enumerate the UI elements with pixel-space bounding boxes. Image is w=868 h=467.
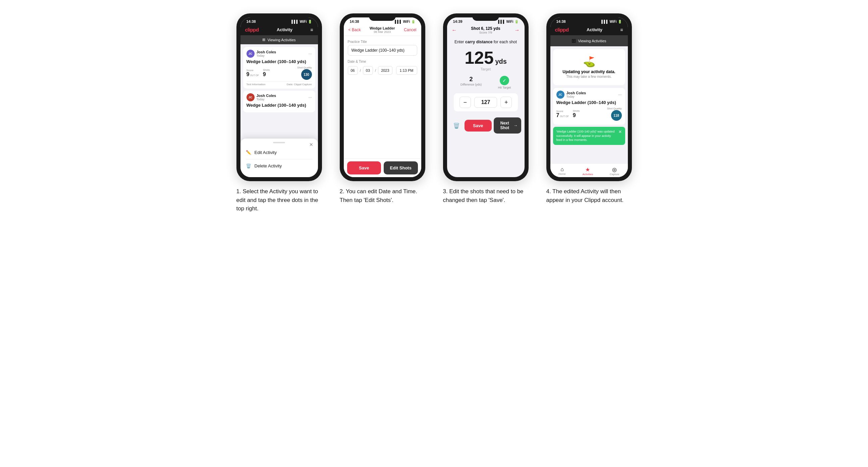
p4-user-name: Josh Coles [566,91,586,95]
viewing-bar-1[interactable]: ⊞ Viewing Activities [241,35,318,44]
viewing-icon-4: ⊞ [571,38,576,44]
cancel-btn-2[interactable]: Cancel [404,28,416,32]
back-arrow-3[interactable]: ← [452,27,457,33]
difference-val: 2 [461,76,482,83]
day-input[interactable]: 06 [348,66,358,75]
year-input[interactable]: 2023 [378,66,392,75]
p4-tab-bar: ⌂ Home ★ Activities ◎ Capture [550,163,628,177]
delete-activity-item[interactable]: 🗑️ Delete Activity [246,160,313,172]
toast-text: 'Wedge Ladder (100-140 yds)' was updated… [556,129,616,142]
sheet-divider [246,159,313,159]
phone-screen-4: 14:38 ▌▌▌ WiFi 🔋 clippd Activity ≡ ⊞ Vie… [550,18,628,177]
sheet-handle [273,142,285,143]
quality-badge-1: 130 [301,69,312,80]
viewing-icon-1: ⊞ [262,38,265,42]
p4-card-title: Wedge Ladder (100–140 yds) [556,100,622,105]
hit-target-stat: ✓ Hit Target [498,76,511,89]
shot-title: Shot 6, 125 yds [471,26,500,31]
bottom-sheet-1: ✕ ✏️ Edit Activity 🗑️ Delete Activity [241,138,318,177]
status-time-4: 14:38 [556,20,566,24]
user-date-1: Today [256,54,276,57]
save-btn-2[interactable]: Save [347,161,381,175]
caption-1: 1. Select the Activity you want to edit … [237,187,322,213]
card-title-1: Wedge Ladder (100–140 yds) [247,59,312,64]
notch-4 [576,13,602,21]
nav-center-2: Wedge Ladder 06 Mar 2023 [370,26,395,34]
p4-card[interactable]: JC Josh Coles Today ··· Wedge Ladder (10… [553,88,625,125]
avatar-2: JC [247,93,254,101]
user-details-2: Josh Coles Today [256,94,276,101]
p4-shots-value: 9 [573,113,576,118]
shot-subtitle: Score 7/9 [471,31,500,34]
tab-capture[interactable]: ◎ Capture [610,166,619,176]
decrement-btn[interactable]: − [460,97,471,108]
p2-content: Practice Title Wedge Ladder (100–140 yds… [344,36,421,158]
score-stat-1: Score 9 OUT OF [247,69,259,77]
p3-nav-center: Shot 6, 125 yds Score 7/9 [471,26,500,34]
phone-screen-2: 14:38 ▌▌▌ WiFi 🔋 < Back Wedge Ladder 06 … [344,18,421,177]
clippd-logo-4: clippd [555,27,569,33]
battery-1: 🔋 [308,20,312,24]
hamburger-menu-4[interactable]: ≡ [620,27,623,33]
p4-user-date: Today [566,95,586,98]
shots-value-1: 9 [263,71,266,77]
three-dots-1[interactable]: ··· [308,51,312,56]
updating-box: ⛳ Updating your activity data. This may … [553,49,625,85]
forward-arrow-3[interactable]: → [515,27,520,33]
p4-avatar: JC [556,91,564,99]
p4-viewing-bar[interactable]: ⊞ Viewing Activities [550,35,628,46]
notch-3 [472,13,499,21]
tab-home[interactable]: ⌂ Home [558,166,565,176]
tab-activities[interactable]: ★ Activities [583,166,593,176]
date-row: 06 / 03 / 2023 1:13 PM [348,66,417,75]
toast-close-btn[interactable]: ✕ [618,129,622,134]
sheet-close-btn[interactable]: ✕ [309,142,313,147]
three-dots-2[interactable]: ··· [308,95,312,100]
status-time-3: 14:39 [453,20,463,24]
p3-input-row: − 127 + [454,93,518,112]
phone-section-3: 14:39 ▌▌▌ WiFi 🔋 ← Shot 6, 125 yds Score… [439,13,533,204]
shot-value-input[interactable]: 127 [474,97,497,108]
p4-shots-stat: Shots 9 [573,110,580,118]
activity-card-1[interactable]: JC Josh Coles Today ··· Wedge Ladder (10… [243,47,315,89]
p3-bottom: 🗑️ Save Next Shot → [447,115,525,136]
practice-title-input[interactable]: Wedge Ladder (100–140 yds) [348,45,417,56]
target-label: Target [450,67,522,71]
p4-quality-stat: Shot Quality 118 [607,107,622,121]
edit-shots-btn[interactable]: Edit Shots [384,161,418,175]
time-input[interactable]: 1:13 PM [396,66,417,75]
delete-label: Delete Activity [254,163,282,168]
updating-subtitle: This may take a few moments. [556,75,622,79]
signal-icons-4: ▌▌▌ WiFi 🔋 [601,20,621,24]
save-btn-3[interactable]: Save [465,120,492,131]
activities-tab-icon: ★ [583,166,593,173]
trash-btn[interactable]: 🗑️ [451,120,463,131]
p4-title: Activity [587,27,602,32]
hit-target-check: ✓ [500,76,509,85]
notch-1 [266,13,292,21]
card-title-2: Wedge Ladder (100–140 yds) [247,103,312,108]
distance-value: 125 [465,48,494,67]
three-dots-4[interactable]: ··· [618,92,621,97]
card-header-2: JC Josh Coles Today ··· [247,93,312,101]
edit-activity-item[interactable]: ✏️ Edit Activity [246,147,313,158]
activity-card-2[interactable]: JC Josh Coles Today ··· Wedge Ladder (10… [243,91,315,113]
p3-nav: ← Shot 6, 125 yds Score 7/9 → [447,24,525,36]
p4-score-value: 7 [556,113,559,118]
distance-unit: yds [495,58,506,65]
increment-btn[interactable]: + [500,97,512,108]
capture-tab-label: Capture [610,173,619,176]
next-shot-btn[interactable]: Next Shot → [494,117,521,133]
user-name-2: Josh Coles [256,94,276,98]
edit-label: Edit Activity [254,150,277,155]
activities-tab-label: Activities [583,173,593,176]
hamburger-menu-1[interactable]: ≡ [310,27,313,33]
user-date-2: Today [256,98,276,101]
p4-user-info: JC Josh Coles Today [556,91,586,99]
notch-2 [369,13,396,21]
month-input[interactable]: 03 [363,66,373,75]
back-btn-2[interactable]: < Back [348,28,361,32]
practice-title-label: Practice Title [348,40,417,43]
phone-frame-3: 14:39 ▌▌▌ WiFi 🔋 ← Shot 6, 125 yds Score… [443,13,529,181]
updating-title: Updating your activity data. [556,69,622,74]
